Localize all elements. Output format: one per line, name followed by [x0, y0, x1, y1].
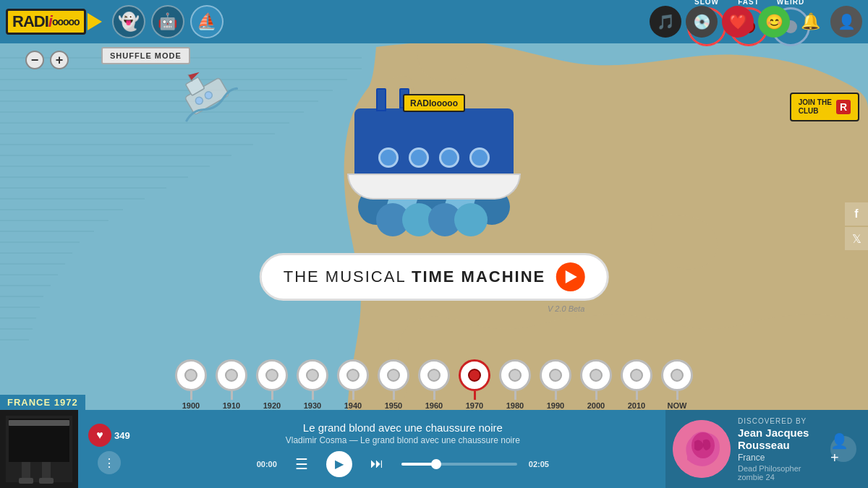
timeline-item-1910[interactable]: 1910 [211, 359, 252, 410]
next-button[interactable]: ⏭ [364, 451, 390, 477]
timeline-label-2010: 2010 [628, 401, 645, 410]
timeline-label-1920: 1920 [263, 401, 281, 410]
timeline-item-1930[interactable]: 1930 [292, 359, 333, 410]
timeline-pin-1910 [216, 359, 247, 391]
timeline-item-2000[interactable]: 2000 [576, 359, 616, 410]
timeline-item-1990[interactable]: 1990 [535, 359, 576, 410]
zoom-plus-button[interactable]: + [50, 51, 69, 69]
ship-flag-text: RADIooooo [410, 98, 458, 108]
bell-icon[interactable]: 🔔 [794, 6, 826, 38]
pin-dot-1900 [184, 369, 197, 382]
player-center: Le grand blond avec une chaussure noire … [140, 410, 665, 488]
plate-icon[interactable]: 💿 [686, 6, 718, 38]
svg-rect-40 [39, 478, 54, 484]
pin-stem-1990 [555, 391, 557, 400]
porthole-1 [378, 147, 399, 168]
shuffle-button[interactable]: SHUFFLE MODE [101, 47, 190, 64]
timeline-label-1980: 1980 [506, 401, 524, 410]
chimney-1 [376, 88, 386, 111]
timeline-item-1920[interactable]: 1920 [252, 359, 292, 410]
play-triangle-icon [566, 270, 577, 283]
svg-rect-38 [19, 478, 33, 484]
discoverer-title: Dead Philosopher zombie 24 [738, 464, 823, 481]
timeline-pin-1930 [297, 359, 328, 391]
nav-boat[interactable]: ⛵ [190, 5, 224, 38]
pin-dot-1930 [306, 369, 319, 382]
timeline-label-1930: 1930 [304, 401, 321, 410]
heart-icon[interactable]: ❤️ [722, 6, 754, 38]
nav-ghost[interactable]: 👻 [112, 5, 145, 38]
timeline-item-1960[interactable]: 1960 [414, 359, 454, 410]
logo-arrow-icon [88, 13, 102, 30]
user-icon[interactable]: 👤 [830, 6, 862, 38]
share-button[interactable]: ⋮ [98, 451, 121, 474]
facebook-button[interactable]: f [845, 202, 868, 226]
pin-stem-2000 [595, 391, 597, 400]
time-end: 02:05 [529, 460, 549, 468]
timeline-item-now[interactable]: NOW [657, 359, 697, 410]
like-button[interactable]: ♥ [88, 424, 111, 447]
logo-dots: ooooo [52, 16, 80, 27]
pin-dot-1910 [225, 369, 238, 382]
pin-stem-1910 [231, 391, 233, 400]
social-sidebar: f 𝕏 [845, 202, 868, 250]
discovered-by: DISCOVERED BY Jean Jacques Rousseau Fran… [665, 410, 868, 488]
timeline-item-2010[interactable]: 2010 [616, 359, 657, 410]
pin-stem-1900 [190, 391, 192, 400]
twitter-button[interactable]: 𝕏 [845, 227, 868, 250]
pin-dot-1960 [427, 369, 441, 382]
timeline-pin-1980 [499, 359, 531, 391]
porthole-3 [439, 147, 459, 168]
pin-dot-1980 [509, 369, 522, 382]
pin-dot-1920 [265, 369, 278, 382]
pin-stem-1970 [474, 391, 476, 400]
pin-dot-1940 [346, 369, 359, 382]
pin-dot-1990 [549, 369, 562, 382]
timeline-label-now: NOW [668, 401, 687, 410]
speed-weird-label: WEIRD [777, 0, 804, 6]
pin-stem-now [676, 391, 678, 400]
ship-bow [347, 174, 521, 200]
add-user-button[interactable]: 👤+ [830, 436, 856, 462]
ship-body [354, 108, 514, 174]
playlist-button[interactable]: ☰ [289, 451, 315, 477]
timeline-item-1950[interactable]: 1950 [373, 359, 414, 410]
pin-dot-1970 [468, 369, 481, 382]
timeline-item-1970[interactable]: 1970 [454, 359, 495, 410]
pin-dot-2000 [590, 369, 603, 382]
timeline-item-1980[interactable]: 1980 [495, 359, 535, 410]
title-part2: TIME MACHINE [412, 267, 545, 286]
pin-stem-1940 [352, 391, 354, 400]
logo[interactable]: RADIiooooo [6, 9, 102, 35]
pin-stem-1930 [312, 391, 314, 400]
timeline-item-1900[interactable]: 1900 [171, 359, 211, 410]
join-club-button[interactable]: JOIN THECLUB R [790, 93, 859, 121]
bottom-bar: ♥ 349 ⋮ Le grand blond avec une chaussur… [0, 410, 868, 488]
vinyl-icon[interactable]: 🎵 [650, 6, 681, 38]
progress-bar[interactable] [401, 463, 517, 466]
pin-dot-now [671, 369, 684, 382]
timeline-pin-now [661, 359, 693, 391]
zoom-minus-button[interactable]: − [25, 51, 44, 69]
play-button[interactable]: ▶ [326, 451, 352, 477]
timeline-pin-1970 [459, 359, 490, 391]
ship-waves [362, 200, 506, 233]
ship-flag: RADIooooo [403, 94, 465, 112]
join-club-r-icon: R [836, 100, 851, 114]
timeline-label-1910: 1910 [223, 401, 240, 410]
time-machine-play-button[interactable] [556, 262, 584, 291]
title-text: THE MUSICAL TIME MACHINE [284, 267, 546, 286]
nav-robot[interactable]: 🤖 [151, 5, 184, 38]
pin-dot-1950 [387, 369, 400, 382]
speed-slow-label: SLOW [694, 0, 719, 6]
porthole-4 [469, 147, 490, 168]
timeline-item-1940[interactable]: 1940 [333, 359, 373, 410]
timeline: 1900 1910 1920 1930 1940 1950 [0, 359, 868, 410]
song-title: Le grand blond avec une chaussure noire [303, 421, 503, 434]
timeline-pin-2010 [621, 359, 652, 391]
porthole-2 [409, 147, 429, 168]
discoverer-avatar [673, 420, 731, 478]
song-artist: Vladimir Cosma — Le grand blond avec une… [286, 435, 520, 445]
smiley-icon[interactable]: 😊 [758, 6, 790, 38]
time-start: 00:00 [257, 460, 277, 468]
